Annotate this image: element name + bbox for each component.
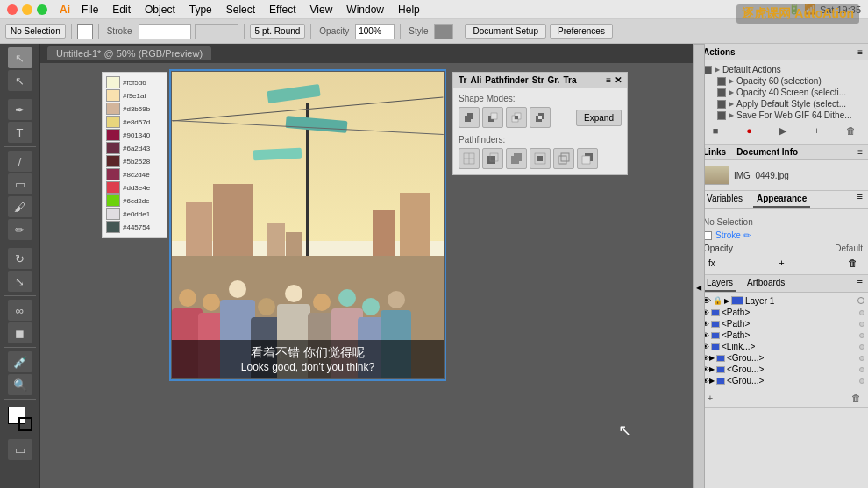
action-3-triangle[interactable]: ▶ xyxy=(729,100,734,108)
swatch-7[interactable] xyxy=(106,155,120,167)
pathfinder-tab-tra[interactable]: Tra xyxy=(564,75,577,85)
links-options-icon[interactable]: ≡ xyxy=(857,147,863,157)
merge-button[interactable] xyxy=(506,148,527,169)
action-2-triangle[interactable]: ▶ xyxy=(729,88,734,96)
panel-toggle[interactable]: ◀ xyxy=(697,44,705,488)
pathfinder-close-icon[interactable]: ✕ xyxy=(615,75,622,85)
minus-back-button[interactable] xyxy=(577,148,598,169)
intersect-button[interactable] xyxy=(506,107,527,128)
menu-window[interactable]: Window xyxy=(340,2,390,18)
delete-appearance-button[interactable]: 🗑 xyxy=(848,258,857,268)
style-swatch[interactable] xyxy=(434,24,453,39)
crop-button[interactable] xyxy=(530,148,551,169)
menu-type[interactable]: Type xyxy=(183,2,218,18)
expand-button[interactable]: Expand xyxy=(576,110,622,126)
swatch-8[interactable] xyxy=(106,168,120,180)
sub-layer-path-3[interactable]: 👁 <Path> xyxy=(700,329,866,341)
pen-tool[interactable]: ✒ xyxy=(8,99,32,120)
swatch-3[interactable] xyxy=(106,103,120,115)
menu-select[interactable]: Select xyxy=(220,2,261,18)
appearance-options-icon[interactable]: ≡ xyxy=(857,191,863,208)
divide-button[interactable] xyxy=(459,148,480,169)
layers-tab[interactable]: Layers xyxy=(703,275,736,292)
swatch-6[interactable] xyxy=(106,142,120,154)
menu-file[interactable]: File xyxy=(75,2,104,18)
pathfinder-tab-active[interactable]: Pathfinder xyxy=(485,75,528,85)
pencil-tool[interactable]: ✏ xyxy=(8,219,32,240)
layer-1-expand[interactable]: ▶ xyxy=(724,297,729,305)
trim-button[interactable] xyxy=(482,148,503,169)
sub-layer-group-2[interactable]: 👁 ▶ <Grou...> xyxy=(700,364,866,375)
sub-7-triangle[interactable]: ▶ xyxy=(709,377,715,385)
scale-tool[interactable]: ⤡ xyxy=(8,271,32,292)
default-actions-triangle[interactable]: ▶ xyxy=(715,66,720,74)
pathfinder-tab-tr[interactable]: Tr xyxy=(459,75,466,85)
stroke-swatch[interactable] xyxy=(18,417,32,431)
new-appearance-button[interactable]: + xyxy=(779,258,784,268)
layer-1-row[interactable]: 👁 🔒 ▶ Layer 1 xyxy=(700,294,866,307)
menu-view[interactable]: View xyxy=(304,2,339,18)
menu-object[interactable]: Object xyxy=(139,2,181,18)
pathfinder-options-icon[interactable]: ≡ xyxy=(606,75,611,85)
delete-action-button[interactable]: 🗑 xyxy=(843,124,857,138)
stroke-color-swatch[interactable] xyxy=(195,24,238,39)
play-button[interactable]: ▶ xyxy=(776,124,790,138)
brush-tool[interactable]: 🖌 xyxy=(8,196,32,217)
appearance-tab[interactable]: Appearance xyxy=(753,191,810,208)
rectangle-tool[interactable]: ▭ xyxy=(8,173,32,194)
sub-layer-link[interactable]: 👁 <Link...> xyxy=(700,341,866,352)
outline-button[interactable] xyxy=(553,148,574,169)
menu-help[interactable]: Help xyxy=(392,2,426,18)
gradient-tool[interactable]: ◼ xyxy=(8,322,32,343)
swatch-9[interactable] xyxy=(106,181,120,194)
document-setup-button[interactable]: Document Setup xyxy=(465,24,546,39)
blend-tool[interactable]: ∞ xyxy=(8,300,32,321)
layers-options-icon[interactable]: ≡ xyxy=(857,275,863,292)
action-4-check[interactable] xyxy=(717,111,726,120)
opacity-input[interactable] xyxy=(355,24,395,39)
swatch-1[interactable] xyxy=(106,76,120,88)
action-1-triangle[interactable]: ▶ xyxy=(729,77,734,85)
record-button[interactable]: ● xyxy=(743,124,757,138)
swatch-10[interactable] xyxy=(106,194,120,207)
minus-front-button[interactable] xyxy=(482,107,503,128)
minimize-button[interactable] xyxy=(22,4,32,15)
menu-effect[interactable]: Effect xyxy=(263,2,302,18)
new-action-button[interactable]: + xyxy=(810,124,824,138)
pathfinder-tab-str[interactable]: Str xyxy=(532,75,544,85)
canvas-tab[interactable]: Untitled-1* @ 50% (RGB/Preview) xyxy=(47,46,211,60)
artboards-tab[interactable]: Artboards xyxy=(743,275,788,292)
unite-button[interactable] xyxy=(459,107,480,128)
preferences-button[interactable]: Preferences xyxy=(550,24,613,39)
sub-layer-path-1[interactable]: 👁 <Path> xyxy=(700,307,866,318)
action-1-check[interactable] xyxy=(717,77,726,86)
action-2-check[interactable] xyxy=(717,88,726,97)
layer-1-lock[interactable]: 🔒 xyxy=(713,296,722,305)
pathfinder-tab-gr[interactable]: Gr. xyxy=(548,75,560,85)
swatch-2[interactable] xyxy=(106,89,120,102)
swatch-4[interactable] xyxy=(106,116,120,128)
brush-size-selector[interactable]: 5 pt. Round xyxy=(250,24,306,39)
delete-layer-button[interactable]: 🗑 xyxy=(849,391,863,405)
variables-tab[interactable]: Variables xyxy=(703,191,746,208)
stroke-edit-icon[interactable]: ✏ xyxy=(743,230,751,240)
artwork-illustration[interactable]: 看着不错 你们觉得呢 Looks good, don't you think? xyxy=(172,72,444,378)
menu-edit[interactable]: Edit xyxy=(106,2,137,18)
eyedropper-tool[interactable]: 💉 xyxy=(8,351,32,372)
type-tool[interactable]: T xyxy=(8,122,32,143)
sub-layer-path-2[interactable]: 👁 <Path> xyxy=(700,318,866,329)
maximize-button[interactable] xyxy=(37,4,47,15)
line-tool[interactable]: / xyxy=(8,151,32,172)
sub-5-triangle[interactable]: ▶ xyxy=(709,354,715,362)
exclude-button[interactable] xyxy=(530,107,551,128)
new-layer-button[interactable]: + xyxy=(703,391,717,405)
pathfinder-tab-ali[interactable]: Ali xyxy=(470,75,481,85)
stroke-input[interactable] xyxy=(139,24,191,39)
actions-header[interactable]: Actions ≡ xyxy=(698,44,868,60)
sub-layer-group-1[interactable]: 👁 ▶ <Grou...> xyxy=(700,352,866,364)
action-3-check[interactable] xyxy=(717,100,726,109)
sub-6-triangle[interactable]: ▶ xyxy=(709,365,715,373)
close-button[interactable] xyxy=(7,4,18,15)
direct-select-tool[interactable]: ↖ xyxy=(8,70,32,91)
fx-label[interactable]: fx xyxy=(708,258,715,268)
